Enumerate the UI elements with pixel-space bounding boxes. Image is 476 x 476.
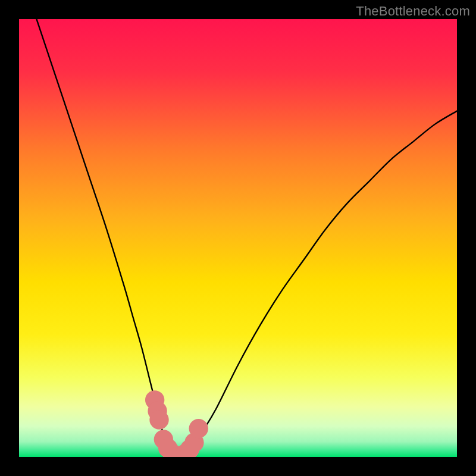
dot-highlight-dots-11 (189, 419, 208, 438)
plot-svg (19, 19, 457, 457)
outer-frame: TheBottleneck.com (0, 0, 476, 476)
watermark-text: TheBottleneck.com (356, 4, 470, 19)
dot-highlight-dots-2 (149, 410, 168, 429)
plot-area (19, 19, 457, 457)
gradient-background (19, 19, 457, 457)
